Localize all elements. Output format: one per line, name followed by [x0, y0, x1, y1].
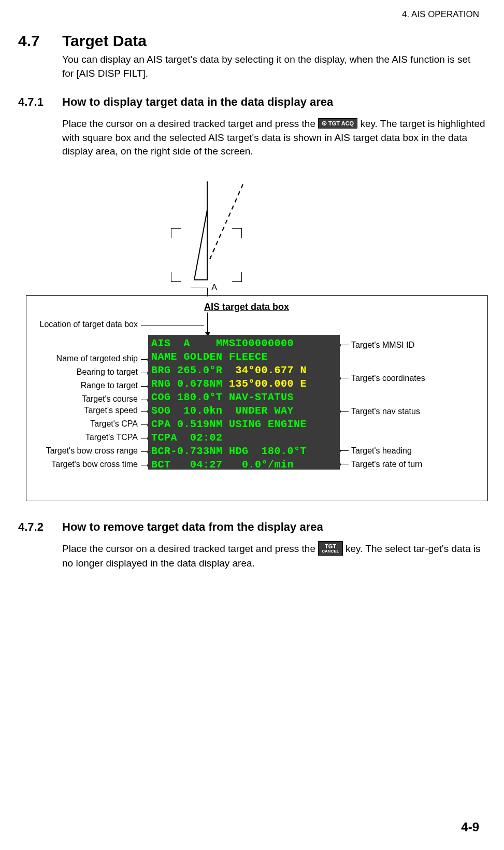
- callout-label: Bearing to target: [29, 367, 138, 377]
- callout-label: Target's CPA: [29, 419, 138, 429]
- callout-label: Target's nav status: [351, 407, 420, 416]
- callout-label: Target's TCPA: [29, 433, 138, 442]
- figure-letter: A: [211, 282, 217, 293]
- data-bct: BCT 04:27: [151, 459, 242, 471]
- sub1-text: Place the cursor on a desired tracked ta…: [62, 117, 487, 159]
- leader-line: [191, 288, 208, 288]
- svg-marker-0: [194, 210, 207, 280]
- leader-line: [340, 345, 349, 345]
- txt: Place the cursor on a desired tracked ta…: [62, 543, 318, 554]
- callout-label: Target's bow cross time: [29, 460, 138, 469]
- figure-title: AIS target data box: [204, 302, 289, 313]
- callout-label: Target's coordinates: [351, 374, 425, 383]
- bracket-corner: [232, 272, 242, 282]
- data-tcpa: TCPA 02:02: [151, 432, 223, 444]
- sub2-text: Place the cursor on a desired tracked ta…: [62, 542, 487, 571]
- data-cog: COG 180.0°T: [151, 391, 229, 403]
- data-navstatus1: UNDER WAY: [229, 405, 294, 417]
- data-cpa: CPA 0.519NM: [151, 418, 229, 430]
- subsection-title: How to remove target data from the displ…: [62, 520, 323, 534]
- leader-line: [340, 450, 349, 451]
- callout-label: Name of targeted ship: [29, 354, 138, 363]
- callout-label: Target's heading: [351, 446, 412, 456]
- data-rot: 0.0°/min: [242, 459, 294, 471]
- bracket-corner: [171, 228, 181, 238]
- callout-label: Range to target: [29, 381, 138, 390]
- data-bcr: BCR-0.733NM: [151, 445, 229, 457]
- svg-line-2: [210, 182, 244, 259]
- data-rng: RNG 0.678NM: [151, 378, 229, 390]
- callout-label: Target's course: [29, 394, 138, 404]
- callout-label: Target's bow cross range: [29, 446, 138, 456]
- data-sog: SOG 10.0kn: [151, 405, 229, 417]
- data-lat: 34°00.677 N: [236, 364, 307, 376]
- callout-label: Target's MMSI ID: [351, 341, 414, 350]
- data-hdg: HDG 180.0°T: [229, 445, 307, 457]
- tgt-cancel-key-icon: TGTCANCEL: [318, 541, 342, 556]
- tgt-acq-key-icon: TGT ACQ: [318, 118, 357, 128]
- page-number: 4-9: [461, 820, 479, 834]
- subsection-title: How to display target data in the data d…: [62, 95, 333, 109]
- tracked-target-symbol: [166, 179, 259, 282]
- figure: A AIS target data box Location of target…: [26, 179, 487, 500]
- data-brg: BRG 265.0°R: [151, 364, 236, 376]
- section-number: 4.7: [18, 32, 40, 50]
- subsection-number: 4.7.1: [18, 95, 44, 109]
- data-name: NAME GOLDEN FLEECE: [151, 351, 268, 363]
- data-navstatus-hdr: NAV-STATUS: [229, 391, 294, 403]
- section-intro: You can display an AIS target's data by …: [62, 53, 482, 80]
- data-ais-id: AIS A: [151, 337, 216, 349]
- bracket-corner: [232, 228, 242, 238]
- section-title: Target Data: [62, 32, 147, 50]
- leader-line: [141, 325, 204, 325]
- leader-line: [340, 464, 349, 464]
- subsection-number: 4.7.2: [18, 520, 44, 534]
- leader-line: [340, 411, 349, 412]
- bracket-corner: [171, 272, 181, 282]
- callout-label: Target's speed: [29, 406, 138, 415]
- leader-line: [207, 313, 208, 334]
- data-mmsi: MMSI00000000: [216, 337, 294, 349]
- data-navstatus2: USING ENGINE: [229, 418, 307, 430]
- data-lon: 135°00.000 E: [229, 378, 307, 390]
- leader-line: [340, 378, 349, 378]
- callout-label: Target's rate of turn: [351, 460, 422, 469]
- running-header: 4. AIS OPERATION: [402, 9, 479, 20]
- txt: Place the cursor on a desired tracked ta…: [62, 118, 318, 129]
- page: 4. AIS OPERATION 4.7 Target Data You can…: [0, 0, 504, 850]
- callout-label: Location of target data box: [29, 320, 138, 329]
- ais-target-data-box: AIS A MMSI00000000 NAME GOLDEN FLEECE BR…: [148, 335, 340, 470]
